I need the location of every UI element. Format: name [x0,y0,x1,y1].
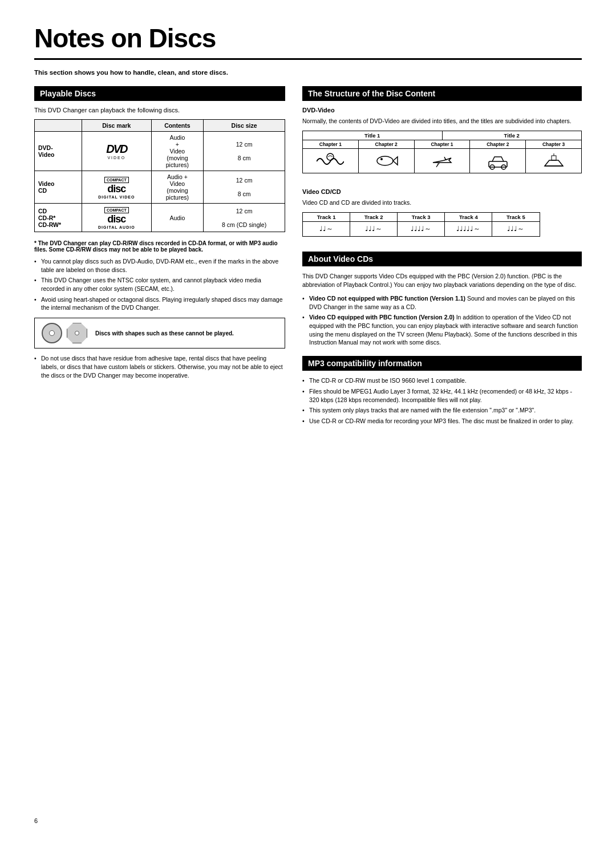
video-cd-text: Video CD and CD are divided into tracks. [302,198,582,208]
video-cd-title: Video CD/CD [302,188,582,195]
disc-shapes [42,323,87,343]
about-video-text: This DVD Changer supports Video CDs equi… [302,272,582,290]
svg-marker-2 [393,157,398,165]
chapter-1-t1: Chapter 1 [303,140,359,148]
svg-point-1 [377,156,393,165]
circle-disc-icon [42,323,62,343]
disc-contents-dvd: Audio+Video(movingpictures) [151,132,204,171]
track-4-label: Track 4 [445,213,492,221]
left-column: Playable Discs This DVD Changer can play… [34,86,285,431]
disc-word: disc [86,183,148,195]
scene-3 [415,149,471,173]
compact-logo-2: COMPACT [104,207,129,213]
disc-size-cd: 12 cm8 cm (CD single) [204,204,285,232]
track-5-label: Track 5 [492,213,539,221]
disc-logo-vcd-cell: COMPACT disc DIGITAL VIDEO [82,171,152,204]
mp3-bullets: The CD-R or CD-RW must be ISO 9660 level… [302,376,582,425]
structure-header: The Structure of the Disc Content [302,86,582,101]
col-header-disc-mark: Disc mark [82,120,152,132]
title-1-label: Title 1 [303,131,443,140]
scene-image-row [303,149,581,173]
page-title: Notes on Discs [34,23,582,60]
octagon-disc-icon [67,323,87,343]
about-video-header: About Video CDs [302,252,582,266]
list-item: Use CD-R or CD-RW media for recording yo… [302,417,582,425]
chapter-row: Chapter 1 Chapter 2 Chapter 1 Chapter 2 … [303,140,581,149]
chapter-1-t2: Chapter 1 [415,140,471,148]
scene-1 [303,149,359,173]
mp3-section: MP3 compatibility information The CD-R o… [302,356,582,425]
intro-text: This section shows you how to handle, cl… [34,69,582,76]
video-cd-section: Video CD/CD Video CD and CD are divided … [302,188,582,242]
chapter-2-t2: Chapter 2 [470,140,526,148]
track-3-label: Track 3 [398,213,445,221]
disc-contents-cd: Audio [151,204,204,232]
about-video-section: About Video CDs This DVD Changer support… [302,252,582,347]
track-diagram: Track 1 Track 2 Track 3 Track 4 Track 5 … [302,212,540,237]
list-item: This DVD Changer uses the NTSC color sys… [34,276,285,293]
dvd-video-section: DVD-Video Normally, the contents of DVD-… [302,107,582,179]
car-scene-icon [484,150,512,172]
col-header-disc-size: Disc size [204,120,285,132]
pbc-v2-bold: Video CD equipped with PBC function (Ver… [309,314,455,321]
scene-5 [526,149,581,173]
scene-2 [359,149,415,173]
music-1: ♩♩～ [303,222,350,236]
title-row: Title 1 Title 2 [303,131,581,140]
disc-word-2: disc [86,213,148,225]
svg-point-0 [327,153,334,160]
list-item: Do not use discs that have residue from … [34,354,285,379]
disc-logo-cd-cell: COMPACT disc DIGITAL AUDIO [82,204,152,232]
footnote: * The DVD Changer can play CD-R/RW discs… [34,240,285,253]
table-row: VideoCD COMPACT disc DIGITAL VIDEO Audio… [35,171,285,204]
svg-point-3 [380,158,383,160]
disc-logo-dvd-cell: DVD VIDEO [82,132,152,171]
disc-size-vcd: 12 cm8 cm [204,171,285,204]
warning-text: Discs with shapes such as these cannot b… [95,330,234,337]
title-2-label: Title 2 [443,131,582,140]
page-number: 6 [34,817,38,824]
list-item: Files should be MPEG1 Audio Layer 3 form… [302,387,582,404]
list-item: Video CD not equipped with PBC function … [302,294,582,311]
title-chapter-diagram: Title 1 Title 2 Chapter 1 Chapter 2 Chap… [302,131,582,173]
dvd-video-text: Normally, the contents of DVD-Video are … [302,117,582,126]
music-5: ♩♩♩～ [492,222,539,236]
ship-scene-icon [540,150,568,172]
col-header-empty [35,120,82,132]
dvd-logo: DVD [106,143,127,155]
music-3: ♩♩♩♩～ [398,222,445,236]
list-item: You cannot play discs such as DVD-Audio,… [34,257,285,274]
bullets-list-2: Do not use discs that have residue from … [34,354,285,379]
list-item: The CD-R or CD-RW must be ISO 9660 level… [302,376,582,385]
track-1-label: Track 1 [303,213,350,221]
track-music-row: ♩♩～ ♩♩♩～ ♩♩♩♩～ ♩♩♩♩♩～ ♩♩♩～ [303,222,540,236]
disc-contents-vcd: Audio +Video(movingpictures) [151,171,204,204]
music-2: ♩♩♩～ [350,222,398,236]
disc-label-cd: CDCD-R*CD-RW* [35,204,82,232]
track-2-label: Track 2 [350,213,398,221]
list-item: Video CD equipped with PBC function (Ver… [302,313,582,347]
fish-scene-icon [372,150,400,172]
list-item: Avoid using heart-shaped or octagonal di… [34,295,285,312]
mp3-header: MP3 compatibility information [302,356,582,371]
wave-scene-icon [317,150,344,172]
digital-audio-label: DIGITAL AUDIO [86,225,148,229]
table-row: CDCD-R*CD-RW* COMPACT disc DIGITAL AUDIO… [35,204,285,232]
disc-label-vcd: VideoCD [35,171,82,204]
disc-table: Disc mark Contents Disc size DVD-Video D… [34,119,285,232]
compact-logo: COMPACT [104,177,129,183]
scene-4 [470,149,526,173]
about-video-bullets: Video CD not equipped with PBC function … [302,294,582,347]
col-header-contents: Contents [151,120,204,132]
right-column: The Structure of the Disc Content DVD-Vi… [302,86,582,431]
track-header-row: Track 1 Track 2 Track 3 Track 4 Track 5 [303,213,540,222]
svg-rect-4 [489,161,507,167]
playable-discs-header: Playable Discs [34,86,285,101]
warning-box: Discs with shapes such as these cannot b… [34,318,285,348]
bullets-list: You cannot play discs such as DVD-Audio,… [34,257,285,312]
chapter-2-t1: Chapter 2 [359,140,415,148]
plane-scene-icon [428,150,456,172]
list-item: This system only plays tracks that are n… [302,406,582,415]
disc-size-dvd: 12 cm8 cm [204,132,285,171]
chapter-3-t2: Chapter 3 [526,140,581,148]
